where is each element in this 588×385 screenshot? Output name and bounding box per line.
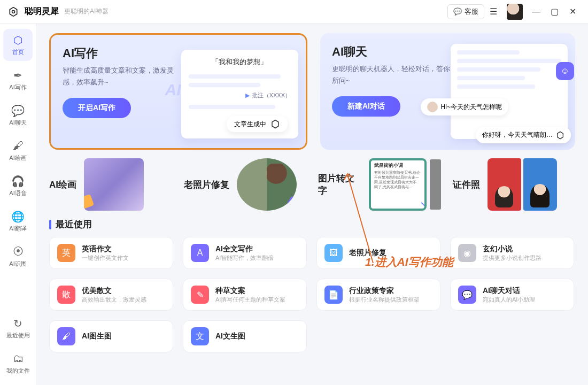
recent-card-icon: ◉ [458, 244, 476, 262]
titlebar: 聪明灵犀 更聪明的AI神器 💬 客服 ☰ — ▢ ✕ [0, 0, 588, 24]
recent-card-icon: 散 [57, 286, 75, 304]
recent-card[interactable]: 文 AI文生图 [183, 320, 307, 352]
tool-card-restore[interactable]: 老照片修复 [184, 158, 307, 211]
recent-card-icon: 🖌 [57, 327, 75, 345]
sidebar: ⬡首页 ✒AI写作 💬AI聊天 🖌AI绘画 🎧AI语音 🌐AI翻译 ⦿AI识图 … [0, 24, 36, 385]
recent-card-title: AI文生图 [215, 332, 245, 341]
hero-card-write[interactable]: AI写作 智能生成高质量文章和文案，激发灵感，效率飙升~ 开启AI写作 AI 「… [49, 33, 307, 150]
ai-decor-label: AI [165, 81, 181, 99]
recent-card-title: AI图生图 [82, 332, 112, 341]
recent-card-sub: 根据行业名称提供政策框架 [349, 296, 420, 304]
minimize-button[interactable]: — [527, 4, 545, 20]
recent-card-title: 老照片修复 [349, 248, 386, 258]
chat-icon: 💬 [12, 105, 24, 117]
sidebar-item-files[interactable]: 🗂我的文件 [3, 348, 33, 380]
recent-card[interactable]: 散 优美散文 高效输出散文，激发灵感 [49, 279, 173, 311]
tools-row: AI绘画 老照片修复 图片转文字 武昌街的小调 有时候到重庆随便买书,总会 不自… [49, 158, 575, 211]
brush-icon: 🖌 [12, 140, 24, 152]
chat-desc: 更聪明的聊天机器人，轻松对话，答你所问~ [332, 63, 452, 87]
sidebar-item-translate[interactable]: 🌐AI翻译 [3, 205, 33, 237]
chat-bubble-left: Hi~今天的天气怎样呢 [421, 98, 508, 116]
recent-card-title: 英语作文 [82, 244, 129, 254]
recent-card-sub: AI智能写作，效率翻倍 [215, 254, 274, 262]
new-chat-button[interactable]: 新建AI对话 [332, 96, 400, 117]
svg-point-0 [12, 10, 15, 13]
sidebar-item-chat[interactable]: 💬AI聊天 [3, 99, 33, 132]
app-logo: 聪明灵犀 [6, 5, 59, 19]
recent-card-sub: 提供更多小说创作思路 [483, 254, 541, 262]
recent-card[interactable]: ◉ 玄幻小说 提供更多小说创作思路 [450, 237, 574, 269]
recent-card-icon: 🖼 [324, 244, 343, 262]
draw-thumb [84, 158, 144, 211]
home-icon: ⬡ [12, 34, 24, 46]
recent-card-icon: A [191, 244, 209, 262]
close-button[interactable]: ✕ [563, 4, 582, 20]
sidebar-item-draw[interactable]: 🖌AI绘画 [3, 135, 33, 167]
recent-card[interactable]: 📄 行业政策专家 根据行业名称提供政策框架 [316, 279, 440, 311]
tool-card-idphoto[interactable]: 证件照 [453, 158, 576, 211]
hero-card-chat[interactable]: AI聊天 更聪明的聊天机器人，轻松对话，答你所问~ 新建AI对话 ☺ Hi~今天… [320, 33, 575, 150]
folder-icon: 🗂 [12, 353, 24, 365]
sidebar-item-write[interactable]: ✒AI写作 [3, 64, 33, 96]
main-content: AI写作 智能生成高质量文章和文案，激发灵感，效率飙升~ 开启AI写作 AI 「… [36, 24, 588, 385]
recent-card-icon: 文 [191, 327, 209, 345]
chat-bubble-right: 你好呀，今天天气晴朗… [476, 127, 571, 143]
tool-card-ocr[interactable]: 图片转文字 武昌街的小调 有时候到重庆随便买书,总会 不自禁地跑到武昌街去走一 … [318, 158, 441, 211]
maximize-button[interactable]: ▢ [545, 4, 563, 20]
recent-card-sub: 宛如真人的AI小助理 [483, 296, 535, 304]
tool-card-draw[interactable]: AI绘画 [49, 158, 172, 211]
recent-card[interactable]: 💬 AI聊天对话 宛如真人的AI小助理 [450, 279, 574, 311]
pen-icon: ✒ [12, 70, 24, 81]
chat-badge-icon: ☺ [556, 62, 574, 80]
recent-grid: 英 英语作文 一键创作英文作文 A AI全文写作 AI智能写作，效率翻倍 🖼 老… [49, 237, 575, 352]
recent-card[interactable]: 🖼 老照片修复 [316, 237, 440, 269]
recent-card-icon: 📄 [324, 286, 343, 304]
sidebar-item-voice[interactable]: 🎧AI语音 [3, 170, 33, 202]
sidebar-item-recent[interactable]: ↻最近使用 [3, 312, 33, 344]
recent-card[interactable]: 英 英语作文 一键创作英文作文 [49, 237, 173, 269]
menu-icon[interactable]: ☰ [484, 4, 502, 20]
chat-preview: ☺ Hi~今天的天气怎样呢 你好呀，今天天气晴朗… [451, 44, 568, 139]
recent-card-title: AI全文写作 [215, 244, 274, 254]
idphoto-thumb [488, 158, 557, 211]
recent-card-title: AI聊天对话 [483, 286, 535, 296]
recent-card-icon: ✎ [191, 286, 209, 304]
user-avatar[interactable] [507, 4, 523, 20]
restore-thumb [237, 158, 297, 211]
write-preview: AI 「我和我的梦想」 ▶批注（XXXX） 文章生成中 [181, 50, 298, 138]
recent-card[interactable]: ✎ 种草文案 AI撰写任何主题的种草文案 [183, 279, 307, 311]
chat-bubble-icon: 💬 [453, 7, 462, 16]
app-subtitle: 更聪明的AI神器 [64, 7, 109, 16]
history-icon: ↻ [12, 318, 24, 329]
ocr-thumb: 武昌街的小调 有时候到重庆随便买书,总会 不自禁地跑到武昌街去走一 回,最近发现… [369, 158, 427, 211]
recent-card-sub: AI撰写任何主题的种草文案 [215, 296, 285, 304]
recent-card-title: 行业政策专家 [349, 286, 420, 296]
recent-card-title: 优美散文 [82, 286, 146, 296]
write-title: AI写作 [63, 45, 183, 61]
recent-card-icon: 英 [57, 244, 75, 262]
image-icon: ⦿ [12, 246, 24, 258]
translate-icon: 🌐 [12, 211, 24, 222]
recent-card-sub: 一键创作英文作文 [82, 254, 129, 262]
start-write-button[interactable]: 开启AI写作 [63, 98, 131, 118]
recent-card[interactable]: A AI全文写作 AI智能写作，效率翻倍 [183, 237, 307, 269]
recent-section-heading: 最近使用 [49, 218, 575, 230]
hex-logo-icon [6, 5, 20, 19]
sidebar-item-home[interactable]: ⬡首页 [3, 29, 33, 61]
recent-card-title: 种草文案 [215, 286, 285, 296]
voice-icon: 🎧 [12, 175, 24, 187]
recent-card-sub: 高效输出散文，激发灵感 [82, 296, 146, 304]
chat-title: AI聊天 [332, 44, 452, 60]
recent-card-title: 玄幻小说 [483, 244, 541, 254]
sidebar-item-image[interactable]: ⦿AI识图 [3, 241, 33, 273]
recent-card-icon: 💬 [458, 286, 476, 304]
recent-card[interactable]: 🖌 AI图生图 [49, 320, 173, 352]
write-status-chip: 文章生成中 [227, 116, 288, 132]
customer-service-button[interactable]: 💬 客服 [447, 4, 484, 19]
app-name: 聪明灵犀 [25, 6, 59, 17]
